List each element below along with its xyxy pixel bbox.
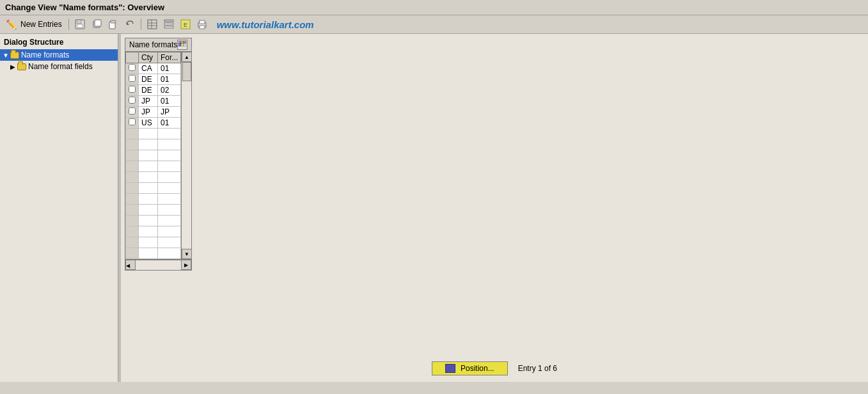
row-format-empty [158,237,181,248]
table-row-empty [126,194,181,205]
table-row-empty [126,226,181,237]
scrollbar-track[interactable] [182,62,191,249]
table-row-empty [126,248,181,259]
table-view-icon[interactable] [145,17,159,31]
table-row[interactable]: JP01 [126,96,181,107]
svg-rect-8 [148,20,157,29]
row-cty: US [139,118,158,129]
svg-rect-20 [178,41,181,43]
row-format-empty [158,150,181,161]
row-cty: CA [139,63,158,74]
table-panel-header: Name formats [125,38,191,52]
svg-rect-21 [181,41,184,43]
scroll-down-button[interactable]: ▼ [182,249,192,259]
col-header-checkbox [126,52,139,63]
row-format-empty [158,129,181,139]
sidebar-item-name-format-fields[interactable]: ▶ Name format fields [0,61,118,72]
paste-icon[interactable] [106,17,120,31]
table-row-empty [126,161,181,172]
scroll-up-button[interactable]: ▲ [182,52,192,62]
row-checkbox-empty [126,194,139,205]
row-cty-empty [139,161,158,172]
row-format-empty [158,172,181,183]
row-checkbox[interactable] [126,118,139,129]
svg-rect-1 [77,20,81,24]
row-cty-empty [139,226,158,237]
scroll-right-button[interactable]: ▶ [181,260,191,270]
row-cty-empty [139,248,158,259]
row-format-empty [158,205,181,216]
new-entries-button[interactable]: New Entries [20,20,62,29]
row-format-empty [158,161,181,172]
row-cty-empty [139,237,158,248]
row-cty-empty [139,129,158,139]
sidebar: Dialog Structure ▼ Name formats ▶ Name f… [0,34,118,382]
table-row[interactable]: CA01 [126,63,181,74]
scrollbar-thumb[interactable] [182,62,191,81]
svg-rect-18 [200,20,205,24]
row-checkbox-empty [126,205,139,216]
row-checkbox[interactable] [126,74,139,85]
row-checkbox-empty [126,226,139,237]
svg-rect-4 [95,20,101,26]
table-settings-icon[interactable] [177,40,187,50]
row-checkbox-empty [126,237,139,248]
sidebar-label-name-format-fields: Name format fields [28,62,93,71]
print-icon[interactable] [195,17,209,31]
row-format-empty [158,216,181,226]
table-row-empty [126,139,181,150]
horizontal-scrollbar-area: ◀ ▶ [125,259,191,270]
save-icon[interactable] [73,17,87,31]
export-icon[interactable]: E [178,17,193,31]
table-row-empty [126,205,181,216]
undo-icon[interactable] [123,17,137,31]
row-checkbox[interactable] [126,96,139,107]
status-bar: Position... Entry 1 of 6 [121,361,868,375]
row-format: JP [158,107,181,118]
svg-rect-19 [200,26,205,29]
table-row[interactable]: DE02 [126,85,181,96]
col-header-cty: Cty [139,52,158,63]
name-formats-table: Cty For... CA01DE01DE02JP01JPJPUS01 [125,52,181,259]
expand-arrow: ▼ [3,52,9,59]
sidebar-item-name-formats[interactable]: ▼ Name formats [0,49,118,61]
row-checkbox-empty [126,150,139,161]
svg-rect-13 [164,23,173,25]
table-row[interactable]: DE01 [126,74,181,85]
svg-rect-23 [178,43,181,46]
title-bar: Change View "Name formats": Overview [0,0,868,15]
table-row[interactable]: JPJP [126,107,181,118]
scroll-left-button[interactable]: ◀ [125,260,136,270]
table-row[interactable]: US01 [126,118,181,129]
row-format: 01 [158,118,181,129]
copy-icon[interactable] [90,17,104,31]
svg-rect-6 [111,20,116,23]
svg-rect-24 [181,43,184,46]
row-checkbox[interactable] [126,85,139,96]
row-cty-empty [139,150,158,161]
row-cty-empty [139,194,158,205]
svg-rect-14 [164,26,173,28]
row-checkbox-empty [126,139,139,150]
title-text: Change View "Name formats": Overview [5,3,164,12]
svg-rect-12 [164,20,173,22]
watermark: www.tutorialkart.com [217,19,314,30]
row-checkbox-empty [126,216,139,226]
row-cty: DE [139,85,158,96]
row-checkbox[interactable] [126,63,139,74]
svg-rect-2 [77,24,83,28]
row-checkbox-empty [126,161,139,172]
h-scrollbar-track[interactable] [136,260,181,270]
vertical-scrollbar[interactable]: ▲ ▼ [181,52,191,259]
position-button[interactable]: Position... [432,361,508,375]
pen-icon[interactable]: ✏️ [4,17,18,31]
sidebar-title: Dialog Structure [0,36,118,49]
row-cty: JP [139,96,158,107]
row-cty: DE [139,74,158,85]
row-format: 01 [158,96,181,107]
row-checkbox[interactable] [126,107,139,118]
detail-view-icon[interactable] [162,17,176,31]
table-row-empty [126,183,181,194]
toolbar-separator-2 [141,19,141,30]
table-row-empty [126,129,181,139]
